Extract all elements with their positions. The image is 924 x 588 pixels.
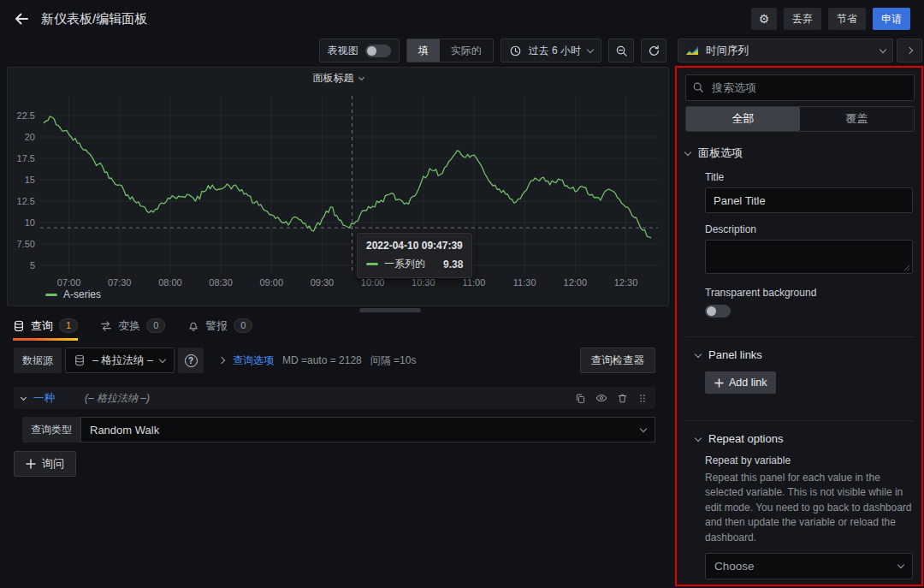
panel-title-input[interactable]	[705, 187, 913, 213]
svg-text:12.5: 12.5	[17, 196, 35, 206]
zoom-out-button[interactable]	[608, 39, 634, 62]
chart-legend[interactable]: A-series	[8, 288, 668, 300]
add-link-label: Add link	[729, 377, 767, 389]
svg-text:5: 5	[30, 260, 35, 270]
query-inspector-button[interactable]: 查询检查器	[580, 347, 656, 373]
delete-query-button[interactable]	[617, 393, 628, 404]
repeat-options-title: Repeat options	[708, 432, 783, 445]
query-type-select[interactable]: Random Walk	[80, 417, 655, 442]
svg-text:09:30: 09:30	[311, 277, 335, 288]
save-button[interactable]: 节省	[828, 8, 866, 30]
svg-text:08:30: 08:30	[209, 277, 233, 288]
options-mode-tabs: 全部 覆盖	[685, 106, 915, 132]
tab-all-options[interactable]: 全部	[686, 107, 800, 131]
datasource-label: 数据源	[14, 347, 62, 373]
add-query-label: 询问	[42, 456, 64, 472]
table-view-toggle-group[interactable]: 表视图	[319, 39, 400, 62]
chevron-down-icon	[695, 350, 702, 357]
editor-tabs: 查询 1 变换 0 警报 0	[0, 316, 669, 341]
drag-handle[interactable]	[637, 393, 648, 404]
tab-query[interactable]: 查询 1	[13, 316, 78, 341]
gear-icon: ⚙	[759, 12, 770, 26]
series-color-swatch	[366, 263, 378, 265]
chevron-down-icon	[587, 46, 594, 53]
table-view-label: 表视图	[328, 44, 358, 58]
legend-series-label: A-series	[63, 288, 101, 300]
top-header: 新仪表板/编辑面板 ⚙ 丢弃 节省 申请	[0, 0, 924, 38]
query-type-label: 查询类型	[22, 417, 80, 442]
repeat-description: Repeat this panel for each value in the …	[705, 471, 913, 545]
pane-splitter-handle[interactable]	[359, 308, 421, 312]
query-options-interval: 间隔 =10s	[370, 353, 417, 368]
add-link-button[interactable]: Add link	[705, 371, 776, 394]
tab-alert[interactable]: 警报 0	[187, 316, 252, 341]
time-range-label: 过去 6 小时	[529, 44, 581, 58]
panel-description-textarea[interactable]	[705, 240, 913, 274]
refresh-button[interactable]	[641, 39, 666, 62]
svg-text:11:00: 11:00	[463, 277, 486, 288]
chevron-right-icon	[218, 357, 225, 364]
panel-options-title: 面板选项	[698, 146, 743, 161]
duplicate-query-button[interactable]	[575, 393, 586, 404]
section-panel-options: 面板选项 Title Description Transparent backg…	[685, 132, 915, 585]
svg-text:07:30: 07:30	[108, 277, 132, 288]
repeat-variable-select[interactable]: Choose	[705, 553, 913, 579]
query-row-body: 查询类型 Random Walk	[14, 417, 655, 442]
query-row-header[interactable]: 一种 (– 格拉法纳 –)	[14, 387, 655, 409]
panel-options-header[interactable]: 面板选项	[685, 146, 915, 161]
panel-title: 面板标题	[313, 71, 354, 86]
discard-button[interactable]: 丢弃	[784, 8, 821, 30]
datasource-row: 数据源 – 格拉法纳 – ? 查询选项 MD =auto = 2128 间隔 =…	[14, 347, 655, 373]
eye-icon	[595, 392, 607, 404]
chevron-down-icon	[897, 561, 904, 568]
tab-transform[interactable]: 变换 0	[100, 316, 165, 341]
datasource-value: – 格拉法纳 –	[92, 353, 153, 368]
svg-text:12:00: 12:00	[564, 277, 588, 288]
chart-tooltip: 2022-04-10 09:47:39 一系列的 9.38	[357, 233, 472, 278]
apply-button[interactable]: 申请	[873, 8, 910, 30]
repeat-options-header[interactable]: Repeat options	[696, 432, 915, 445]
panel-links-header[interactable]: Panel links	[696, 348, 915, 361]
query-ref-id[interactable]: 一种	[33, 391, 55, 406]
transparent-bg-switch[interactable]	[705, 305, 731, 318]
query-options-toggle[interactable]: 查询选项 MD =auto = 2128 间隔 =10s	[219, 353, 416, 368]
transform-icon	[100, 320, 112, 332]
tab-overrides[interactable]: 覆盖	[800, 107, 914, 131]
clock-icon	[509, 45, 522, 57]
svg-text:22.5: 22.5	[17, 110, 35, 121]
query-editor-row: 一种 (– 格拉法纳 –) 查询类型 Random Walk	[14, 387, 655, 442]
query-options-md: MD =auto = 2128	[282, 354, 362, 366]
tab-transform-count: 0	[146, 318, 165, 333]
table-view-switch[interactable]	[365, 45, 391, 57]
visualization-picker[interactable]: 时间序列	[678, 39, 893, 62]
panel-preview: 面板标题 22.52017.51512.5107.50507:0007:3008…	[7, 67, 669, 306]
dashboard-settings-button[interactable]: ⚙	[751, 8, 777, 30]
fit-option[interactable]: 填	[407, 39, 440, 62]
svg-text:07:00: 07:00	[57, 277, 81, 288]
timeseries-chart: 22.52017.51512.5107.50507:0007:3008:0008…	[8, 89, 668, 288]
add-query-button[interactable]: 询问	[14, 451, 76, 477]
title-field-label: Title	[705, 171, 913, 183]
plus-icon	[26, 459, 36, 469]
panel-title-menu[interactable]: 面板标题	[8, 68, 668, 89]
visualization-label: 时间序列	[706, 44, 749, 58]
page-title: 新仪表板/编辑面板	[41, 11, 147, 27]
repeat-variable-placeholder: Choose	[714, 560, 755, 573]
disable-query-button[interactable]	[595, 392, 607, 404]
resize-grip-icon[interactable]	[903, 264, 910, 271]
collapse-options-pane-button[interactable]	[897, 39, 922, 62]
description-field-label: Description	[705, 223, 913, 235]
chart-area[interactable]: 22.52017.51512.5107.50507:0007:3008:0008…	[8, 89, 668, 288]
datasource-help-button[interactable]: ?	[178, 347, 204, 373]
svg-text:10: 10	[25, 217, 35, 228]
tab-query-count: 1	[59, 318, 78, 333]
options-search-input[interactable]	[685, 74, 915, 101]
svg-text:11:30: 11:30	[513, 277, 536, 288]
time-range-picker[interactable]: 过去 6 小时	[500, 39, 601, 62]
exact-option[interactable]: 实际的	[440, 39, 493, 62]
copy-icon	[575, 393, 586, 404]
back-button[interactable]	[14, 11, 29, 27]
datasource-picker[interactable]: – 格拉法纳 –	[65, 347, 175, 373]
svg-text:09:00: 09:00	[259, 277, 283, 288]
tab-query-label: 查询	[31, 318, 53, 334]
